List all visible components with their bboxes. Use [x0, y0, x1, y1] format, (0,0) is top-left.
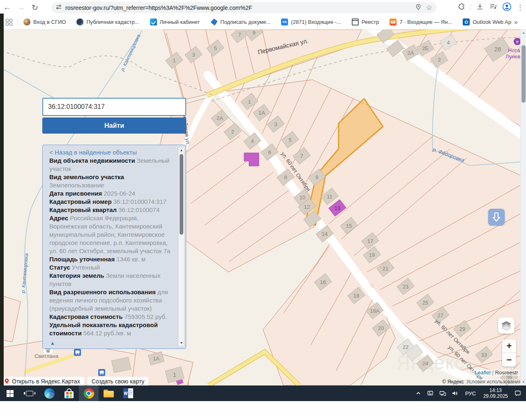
store-button[interactable]: [59, 385, 79, 401]
address-bar[interactable]: rosreestor-gov.ru/?utm_referrer=https%3A…: [51, 2, 436, 13]
profile-avatar[interactable]: [502, 2, 512, 13]
forward-icon[interactable]: →: [14, 1, 28, 14]
bookmark-outlook[interactable]: Outlook Web App: [463, 18, 512, 25]
zoom-in-button[interactable]: +: [502, 339, 516, 353]
bookmark-globe[interactable]: Публичная кадастр...: [76, 18, 139, 25]
mail-icon: [390, 18, 397, 25]
back-to-results-link[interactable]: < Назад в найденные объекты: [49, 148, 175, 157]
yandex-pin-icon: [4, 378, 9, 384]
leaflet-attribution: Leaflet | Rosreestr: [473, 369, 519, 376]
outlook-icon: [463, 18, 470, 25]
svg-text:9: 9: [252, 30, 255, 36]
bookmark-window[interactable]: Реестр: [352, 18, 379, 25]
panel-row: Площадь уточненная 1346 кв. м: [49, 255, 175, 263]
tray-volume-icon[interactable]: [450, 385, 460, 401]
location-pin-icon[interactable]: [415, 3, 422, 12]
panel-row: Кадастровый номер 36:12:0100074:317: [49, 198, 175, 206]
extensions-icon[interactable]: [458, 3, 466, 12]
bookmarks-bar: Вход в СГИОПубличная кадастр...Личный ка…: [0, 15, 526, 30]
bookmark-sgio[interactable]: Вход в СГИО: [23, 18, 66, 25]
svg-text:22: 22: [403, 344, 408, 350]
time: 14:13: [483, 388, 508, 393]
panel-row: Кадастровый квартал 36:12:0100074: [49, 206, 175, 214]
open-in-yandex-maps-link[interactable]: Открыть в Яндекс.Картах: [0, 377, 84, 385]
taskbar-clock[interactable]: 14:13 29.09.2025: [481, 388, 510, 399]
sgio-icon: [23, 18, 30, 25]
word-button[interactable]: W: [118, 385, 138, 401]
leaflet-link[interactable]: Leaflet: [475, 369, 491, 376]
map-area[interactable]: е Яндекс 135792А2Б242811А357911131517: [0, 30, 526, 385]
panel-row: Вид объекта недвижимости Земельный участ…: [49, 157, 175, 173]
svg-text:12: 12: [304, 204, 310, 210]
scrollbar-thumb[interactable]: [521, 45, 526, 103]
svg-text:20: 20: [378, 325, 384, 331]
bus-stop-icon: [98, 369, 105, 376]
terms-link[interactable]: Условия использования: [466, 379, 521, 385]
create-map-link[interactable]: Создать свою карту: [88, 377, 149, 385]
start-button[interactable]: [0, 385, 20, 401]
task-view-button[interactable]: [20, 385, 39, 401]
screen: ← → ↻ rosreestor-gov.ru/?utm_referrer=ht…: [0, 0, 526, 420]
panel-scroll-thumb[interactable]: [180, 154, 183, 235]
svg-text:14: 14: [322, 231, 328, 237]
edge-button[interactable]: [39, 385, 59, 401]
zoom-control: + −: [502, 339, 516, 367]
chrome-button[interactable]: [79, 385, 99, 401]
scroll-down-icon[interactable]: ▼: [179, 340, 184, 346]
panel-row: Дата присвоения 2025-06-24: [49, 189, 175, 198]
window-edge: [0, 14, 4, 385]
scroll-up-icon[interactable]: ▲: [179, 148, 184, 153]
svg-text:17: 17: [367, 238, 373, 244]
reload-icon[interactable]: ↻: [28, 1, 42, 14]
zoom-out-button[interactable]: −: [502, 353, 516, 367]
svg-text:2А: 2А: [217, 115, 223, 121]
svg-text:1: 1: [248, 99, 251, 105]
find-button[interactable]: Найти: [42, 118, 186, 134]
chrome-icon: [84, 388, 94, 399]
collapse-arrow[interactable]: ▲: [50, 339, 175, 347]
explorer-button[interactable]: [99, 385, 118, 401]
apps-grid-icon[interactable]: [6, 19, 12, 25]
language-indicator[interactable]: РУС: [463, 390, 478, 397]
svg-text:2: 2: [438, 57, 441, 63]
panel-scrollbar[interactable]: ▲ ▼: [179, 148, 184, 346]
bookmark-vk[interactable]: (2871) Входящие -...: [281, 18, 341, 25]
svg-text:5: 5: [288, 137, 291, 143]
page-scrollbar[interactable]: ▲ ▼: [520, 30, 526, 385]
svg-text:18: 18: [353, 293, 359, 299]
pan-to-object-button[interactable]: [488, 209, 505, 225]
bookmarks-overflow-chevron[interactable]: »: [512, 18, 520, 26]
playlist-icon[interactable]: [489, 2, 497, 12]
svg-text:16: 16: [320, 279, 326, 285]
edge-icon: [44, 388, 55, 399]
cadastral-search-input[interactable]: [42, 98, 186, 116]
down-arrow-icon: [492, 212, 501, 222]
scrollbar-up-icon[interactable]: ▲: [521, 30, 526, 35]
url-text[interactable]: rosreestor-gov.ru/?utm_referrer=https%3A…: [65, 5, 415, 11]
bookmark-shield[interactable]: Личный кабинет: [150, 18, 200, 25]
scrollbar-down-icon[interactable]: ▼: [521, 380, 526, 385]
svg-text:18А: 18А: [370, 308, 379, 314]
svg-text:6: 6: [268, 149, 271, 155]
bookmarks-divider: [17, 18, 18, 26]
svg-text:7: 7: [300, 153, 303, 159]
panel-row: Адрес Российская Федерация, Воронежская …: [49, 214, 175, 255]
svg-text:13: 13: [335, 205, 340, 211]
action-center-icon[interactable]: [513, 385, 523, 401]
bookmark-pen[interactable]: Подписать докуме...: [210, 18, 270, 25]
shield-icon: [150, 18, 157, 25]
layers-button[interactable]: [498, 317, 514, 334]
downloads-icon[interactable]: [476, 2, 484, 12]
bookmark-mail[interactable]: 7 · Входящие — Ян...: [390, 18, 452, 25]
tray-network-icon[interactable]: [438, 385, 448, 401]
date: 29.09.2025: [483, 393, 508, 399]
bookmark-star-icon[interactable]: ☆: [426, 3, 432, 12]
tray-tablet-icon[interactable]: [426, 385, 436, 401]
svg-text:33: 33: [481, 352, 487, 358]
back-icon[interactable]: ←: [0, 1, 14, 14]
tray-chevron-icon[interactable]: [413, 385, 423, 401]
site-info-icon[interactable]: [55, 4, 62, 12]
windows-icon: [7, 390, 14, 397]
svg-text:3: 3: [274, 121, 277, 127]
menu-dots-icon[interactable]: ⋮: [517, 3, 524, 12]
